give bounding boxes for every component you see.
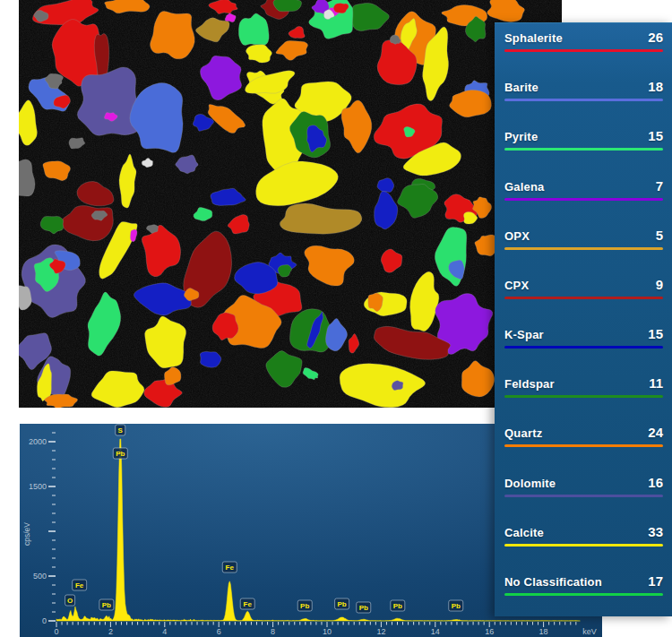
mineral-color-bar bbox=[504, 297, 663, 299]
mineral-row-sphalerite[interactable]: Sphalerite26 bbox=[495, 23, 672, 73]
peak-label-pb-4: Pb bbox=[99, 599, 114, 610]
y-axis-title: cps/eV bbox=[22, 522, 31, 546]
mineral-row-feldspar[interactable]: Feldspar11 bbox=[495, 369, 672, 418]
x-tick-label: 0 bbox=[54, 627, 58, 636]
x-tick-label: 12 bbox=[376, 627, 385, 636]
peak-label-pb-1: Pb bbox=[113, 448, 127, 459]
mineral-row-barite[interactable]: Barite18 bbox=[495, 73, 672, 122]
mineral-row-calcite[interactable]: Calcite33 bbox=[495, 518, 672, 567]
peak-label-pb-8: Pb bbox=[335, 598, 349, 609]
mineral-label: Feldspar bbox=[504, 377, 555, 391]
peak-label-text: S bbox=[118, 426, 124, 435]
mineral-color-bar bbox=[504, 495, 663, 497]
mineral-row-pyrite[interactable]: Pyrite15 bbox=[495, 122, 672, 171]
mineral-label: Sphalerite bbox=[504, 31, 563, 45]
mineral-count: 5 bbox=[656, 228, 663, 243]
y-tick-label: 500 bbox=[33, 572, 47, 581]
mineral-count: 16 bbox=[648, 475, 663, 490]
mineral-row-header: Sphalerite26 bbox=[504, 30, 663, 45]
peak-label-pb-7: Pb bbox=[297, 600, 312, 611]
peak-label-fe-6: Fe bbox=[240, 598, 254, 609]
mineral-color-bar bbox=[504, 247, 663, 250]
mineral-classification-map[interactable] bbox=[19, 0, 562, 408]
peak-label-text: Pb bbox=[337, 600, 346, 608]
x-tick-label: 2 bbox=[108, 627, 113, 636]
x-tick-label: 10 bbox=[323, 627, 332, 636]
y-axis-ticks bbox=[48, 433, 56, 621]
mineral-color-bar bbox=[504, 49, 663, 52]
mineral-row-header: No Classification17 bbox=[504, 573, 663, 589]
peak-label-s-0: S bbox=[116, 425, 125, 435]
mineral-row-header: K-Spar15 bbox=[504, 326, 663, 341]
peak-label-pb-11: Pb bbox=[449, 600, 463, 611]
y-tick-label: 1500 bbox=[29, 482, 47, 491]
mineral-label: Calcite bbox=[504, 526, 544, 539]
mineral-label: OPX bbox=[504, 229, 530, 243]
mineral-grain-lightgray[interactable] bbox=[19, 286, 31, 310]
mineral-row-no-classification[interactable]: No Classification17 bbox=[495, 567, 672, 616]
mineral-row-header: Quartz24 bbox=[504, 425, 663, 440]
mineral-color-bar bbox=[504, 198, 663, 201]
peak-label-text: Pb bbox=[300, 602, 309, 610]
mineral-count: 26 bbox=[648, 30, 663, 45]
mineral-label: Galena bbox=[504, 180, 545, 194]
mineral-row-header: Feldspar11 bbox=[504, 375, 663, 391]
y-tick-label: 2000 bbox=[29, 437, 47, 446]
mineral-grain-navy[interactable] bbox=[200, 351, 221, 367]
mineral-count: 18 bbox=[648, 79, 663, 94]
x-tick-label: 8 bbox=[271, 627, 275, 636]
peak-label-fe-3: Fe bbox=[73, 580, 87, 590]
mineral-row-opx[interactable]: OPX5 bbox=[495, 221, 672, 271]
peak-label-text: Pb bbox=[452, 602, 461, 610]
x-axis-unit: keV bbox=[582, 627, 597, 636]
x-axis-ticks bbox=[56, 622, 576, 627]
peak-label-o-2: O bbox=[65, 595, 75, 606]
mineral-row-dolomite[interactable]: Dolomite16 bbox=[495, 469, 672, 518]
mineral-color-bar bbox=[504, 148, 663, 151]
x-tick-label: 6 bbox=[217, 627, 221, 636]
peak-label-text: Pb bbox=[102, 601, 111, 609]
x-tick-label: 4 bbox=[162, 627, 167, 636]
x-tick-label: 16 bbox=[485, 627, 494, 636]
mineral-color-bar bbox=[504, 444, 663, 447]
mineral-count: 24 bbox=[648, 425, 663, 440]
mineral-grain-green[interactable] bbox=[273, 0, 302, 12]
mineral-row-header: Dolomite16 bbox=[504, 475, 663, 490]
peak-label-text: Fe bbox=[226, 564, 235, 572]
peak-label-text: Fe bbox=[75, 581, 84, 590]
mineral-grain-navy[interactable] bbox=[377, 178, 394, 193]
mineral-row-cpx[interactable]: CPX9 bbox=[495, 271, 672, 320]
mineral-row-quartz[interactable]: Quartz24 bbox=[495, 418, 672, 468]
peak-label-pb-9: Pb bbox=[357, 602, 371, 613]
peak-label-fe-5: Fe bbox=[222, 562, 237, 572]
peak-label-text: O bbox=[67, 597, 73, 605]
mineral-color-bar bbox=[504, 544, 663, 547]
mineral-grain-orange[interactable] bbox=[151, 11, 195, 58]
mineral-map-canvas[interactable] bbox=[19, 0, 562, 408]
peak-label-pb-10: Pb bbox=[391, 600, 405, 611]
mineral-grain-slate[interactable] bbox=[392, 381, 403, 391]
mineral-label: Quartz bbox=[504, 426, 542, 440]
mineral-row-header: OPX5 bbox=[504, 228, 663, 243]
mineral-label: Dolomite bbox=[504, 477, 556, 490]
mineral-count: 15 bbox=[648, 326, 663, 341]
app-window: 200015005000cps/eV024681012141618keVSPbO… bbox=[0, 0, 672, 637]
mineral-grain-slate[interactable] bbox=[77, 67, 140, 135]
peak-label-text: Pb bbox=[116, 450, 125, 458]
x-tick-label: 14 bbox=[431, 627, 440, 636]
x-tick-label: 18 bbox=[539, 627, 548, 636]
mineral-row-header: Pyrite15 bbox=[504, 128, 663, 143]
mineral-color-bar bbox=[504, 346, 663, 349]
mineral-row-header: Calcite33 bbox=[504, 524, 663, 539]
mineral-legend-panel: Sphalerite26Barite18Pyrite15Galena7OPX5C… bbox=[495, 22, 672, 616]
mineral-row-k-spar[interactable]: K-Spar15 bbox=[495, 320, 672, 369]
mineral-count: 9 bbox=[656, 277, 663, 292]
mineral-label: No Classification bbox=[504, 575, 602, 589]
mineral-row-header: CPX9 bbox=[504, 277, 663, 292]
peak-label-text: Fe bbox=[244, 600, 253, 608]
mineral-count: 7 bbox=[656, 178, 663, 194]
mineral-label: Barite bbox=[504, 81, 538, 94]
mineral-row-galena[interactable]: Galena7 bbox=[495, 172, 672, 221]
mineral-color-bar bbox=[504, 99, 663, 101]
mineral-label: CPX bbox=[504, 279, 529, 292]
